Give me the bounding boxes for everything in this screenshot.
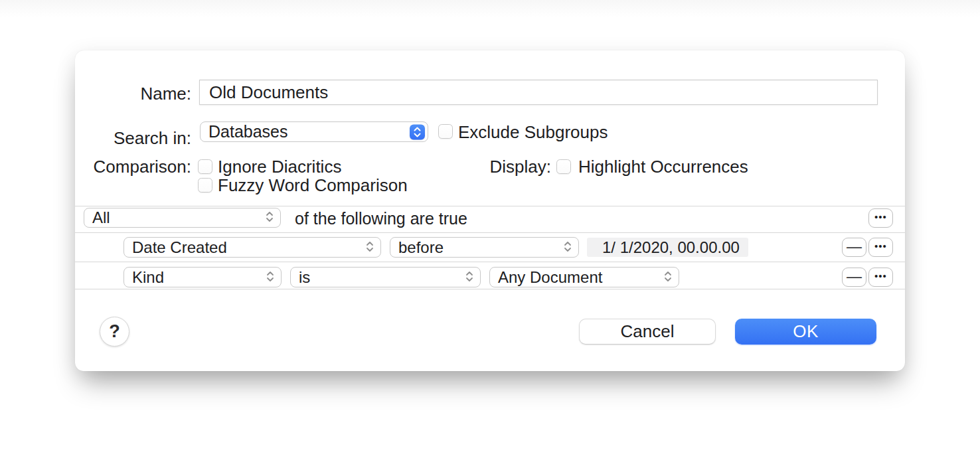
match-popup-value: All [92,208,110,227]
cancel-button[interactable]: Cancel [579,319,716,345]
rule1-operator-value: before [398,238,444,257]
ok-button[interactable]: OK [735,319,876,345]
rule2-operator-popup[interactable]: is [290,267,481,287]
name-input[interactable]: Old Documents [199,80,878,105]
match-popup[interactable]: All [84,208,281,228]
rule1-attribute-popup[interactable]: Date Created [123,237,381,258]
fuzzy-word-comparison-checkbox[interactable] [198,178,212,193]
up-down-chevrons-icon [663,268,673,287]
rule2-attribute-value: Kind [132,268,164,287]
up-down-chevrons-icon [265,208,274,227]
highlight-occurrences-label: Highlight Occurrences [578,157,748,177]
rule1-remove-button[interactable]: — [842,238,866,257]
rule1-operator-popup[interactable]: before [390,237,579,258]
name-input-value: Old Documents [209,82,328,103]
rule2-remove-button[interactable]: — [842,268,866,287]
separator [75,262,905,262]
name-label: Name: [88,84,191,104]
separator [75,289,905,289]
rule1-attribute-value: Date Created [132,238,227,257]
rule2-attribute-popup[interactable]: Kind [123,267,282,287]
separator [75,206,905,206]
search-in-popup[interactable]: Databases [200,121,428,142]
search-in-popup-value: Databases [208,122,288,141]
separator [75,232,905,233]
ignore-diacritics-checkbox[interactable] [198,159,212,174]
help-button[interactable]: ? [100,317,129,347]
display-label: Display: [432,157,551,177]
smart-group-editor-dialog: Name: Old Documents Search in: Databases… [75,50,905,371]
fuzzy-word-comparison-label: Fuzzy Word Comparison [218,175,408,195]
exclude-subgroups-label: Exclude Subgroups [458,122,608,142]
ignore-diacritics-label: Ignore Diacritics [218,157,341,177]
rule2-more-button[interactable]: ••• [868,268,893,287]
search-in-label: Search in: [88,128,191,148]
up-down-chevrons-icon [266,268,275,287]
popup-stepper-icon [410,124,425,139]
highlight-occurrences-checkbox[interactable] [556,159,571,174]
rule2-operator-value: is [299,268,310,287]
match-suffix-text: of the following are true [295,208,467,228]
rule1-date-input[interactable]: 1/ 1/2020, 00.00.00 [587,238,748,257]
up-down-chevrons-icon [412,125,422,138]
comparison-label: Comparison: [88,157,191,177]
exclude-subgroups-checkbox[interactable] [438,124,453,139]
rule2-value: Any Document [498,268,602,287]
desktop-background: Name: Old Documents Search in: Databases… [0,0,980,470]
up-down-chevrons-icon [465,268,474,287]
rule1-date-value: 1/ 1/2020, 00.00.00 [602,238,740,257]
rule1-more-button[interactable]: ••• [868,238,893,257]
up-down-chevrons-icon [563,238,572,257]
match-more-button[interactable]: ••• [868,208,893,228]
up-down-chevrons-icon [365,238,374,257]
rule2-value-popup[interactable]: Any Document [489,267,679,287]
